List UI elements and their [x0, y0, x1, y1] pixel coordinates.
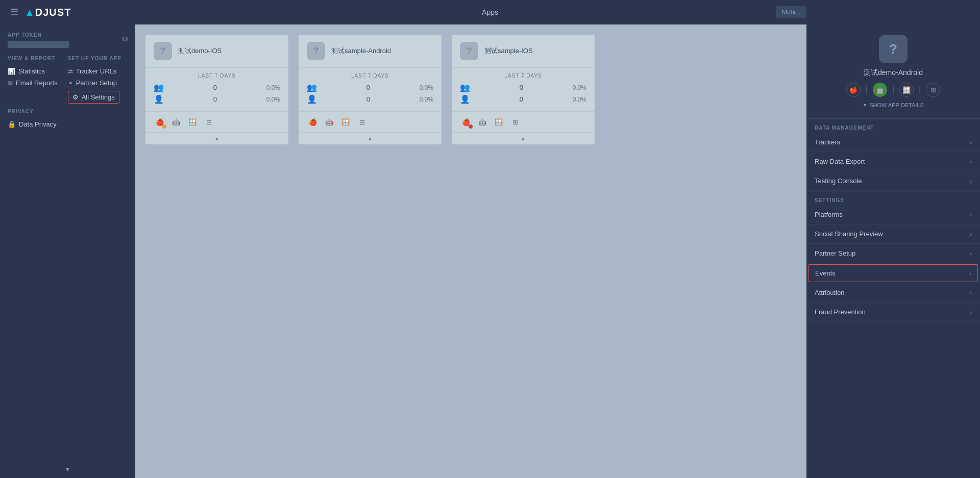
link-icon: ⇄ — [68, 68, 73, 75]
stats-period: LAST 7 DAYS — [154, 73, 280, 79]
main-layout: APP TOKEN ⧉ VIEW & REPORT 📊 Statistics ✉… — [0, 24, 980, 478]
sessions-percent: 0.0% — [573, 96, 586, 103]
sidebar-item-email-reports[interactable]: ✉ Email Reports — [8, 77, 58, 89]
stats-period: LAST 7 DAYS — [307, 73, 433, 79]
show-app-details[interactable]: ▼ SHOW APP DETAILS — [863, 102, 924, 108]
chevron-right-icon: › — [969, 270, 971, 276]
sessions-percent: 0.0% — [266, 96, 280, 103]
chevron-right-icon: › — [970, 250, 972, 257]
app-icon: ? — [460, 42, 478, 60]
lock-icon: 🔒 — [8, 120, 16, 128]
platform-ios-icon[interactable]: 🍎 — [307, 116, 319, 128]
panel-item-partner-setup[interactable]: Partner Setup › — [806, 244, 980, 263]
content-area: ? 测试demo-IOS LAST 7 DAYS 👥 0 0.0% 👤 0 0.… — [135, 24, 806, 478]
installs-value: 0 — [213, 84, 217, 91]
platform-windows-button[interactable]: 🪟 — [899, 83, 914, 97]
setup-col: SET UP YOUR APP ⇄ Tracker URLs ⚭ Partner… — [68, 56, 121, 104]
stats-row-installs: 👥 0 0.0% — [154, 83, 280, 92]
platform-store1-icon[interactable]: 🪟 — [493, 116, 505, 128]
stats-row-sessions: 👤 0 0.0% — [307, 94, 433, 104]
sidebar-item-partner-setup[interactable]: ⚭ Partner Setup — [68, 77, 121, 89]
stats-row-installs: 👥 0 0.0% — [460, 83, 586, 92]
nav-section: VIEW & REPORT 📊 Statistics ✉ Email Repor… — [8, 56, 128, 104]
sessions-value: 0 — [520, 95, 523, 103]
platform-android-button[interactable]: 🤖 — [873, 83, 887, 97]
panel-item-trackers[interactable]: Trackers › — [806, 133, 980, 152]
card-expand-button[interactable]: ▲ — [145, 132, 288, 144]
app-name: 测试demo-IOS — [178, 46, 222, 56]
card-platforms: 🍎 🤖 🪟 ⊞ — [145, 111, 288, 132]
stats-row-sessions: 👤 0 0.0% — [460, 94, 586, 104]
data-management-label: DATA MANAGEMENT — [806, 119, 980, 133]
statistics-icon: 📊 — [8, 68, 15, 75]
platform-sep2: | — [892, 85, 894, 94]
platform-icons-row: 🍎 | 🤖 | 🪟 | ⊞ — [846, 83, 940, 97]
card-platforms: 🍎 🤖 🪟 ⊞ — [299, 111, 442, 132]
sessions-value: 0 — [366, 95, 370, 103]
setup-label: SET UP YOUR APP — [68, 56, 121, 61]
card-stats: LAST 7 DAYS 👥 0 0.0% 👤 0 0.0% — [452, 68, 595, 111]
panel-item-platforms[interactable]: Platforms › — [806, 205, 980, 224]
panel-item-events[interactable]: Events › — [808, 264, 978, 282]
platform-store1-icon[interactable]: 🪟 — [339, 116, 352, 128]
copy-icon[interactable]: ⧉ — [122, 35, 128, 43]
view-report-col: VIEW & REPORT 📊 Statistics ✉ Email Repor… — [8, 56, 58, 104]
platform-store2-icon[interactable]: ⊞ — [356, 116, 368, 128]
platform-ios-button[interactable]: 🍎 — [846, 83, 861, 97]
platform-ios-icon[interactable]: 🍎 — [154, 116, 166, 128]
platform-store2-icon[interactable]: ⊞ — [203, 116, 215, 128]
stats-row-sessions: 👤 0 0.0% — [154, 94, 280, 104]
app-icon: ? — [307, 42, 325, 60]
app-card-sample-ios: ? 测试sample-IOS LAST 7 DAYS 👥 0 0.0% 👤 0 … — [452, 35, 595, 144]
left-sidebar: APP TOKEN ⧉ VIEW & REPORT 📊 Statistics ✉… — [0, 24, 135, 478]
panel-item-attribution[interactable]: Attribution › — [806, 283, 980, 303]
platform-badge-error — [469, 124, 473, 129]
chevron-right-icon: › — [970, 309, 972, 315]
platform-android-icon[interactable]: 🤖 — [476, 116, 488, 128]
app-card-android: ? 测试sample-Android LAST 7 DAYS 👥 0 0.0% … — [299, 35, 442, 144]
stats-row-installs: 👥 0 0.0% — [307, 83, 433, 92]
app-card-ios: ? 测试demo-IOS LAST 7 DAYS 👥 0 0.0% 👤 0 0.… — [145, 35, 288, 144]
panel-item-social-sharing[interactable]: Social Sharing Preview › — [806, 224, 980, 244]
chevron-right-icon: › — [970, 231, 972, 237]
settings-gear-icon: ⚙ — [72, 93, 79, 101]
panel-item-testing-console[interactable]: Testing Console › — [806, 171, 980, 191]
logo: ▲DJUST — [24, 7, 71, 18]
top-nav: ☰ ▲DJUST Apps Mobi... — [0, 0, 980, 24]
card-header: ? 测试sample-Android — [299, 35, 442, 68]
card-platforms: 🍎 🤖 🪟 ⊞ — [452, 111, 595, 132]
app-token-section: APP TOKEN ⧉ — [8, 32, 128, 48]
privacy-section: PRIVACY 🔒 Data Privacy — [8, 109, 128, 130]
platform-android-icon[interactable]: 🤖 — [170, 116, 182, 128]
sidebar-item-statistics[interactable]: 📊 Statistics — [8, 65, 58, 77]
sidebar-item-data-privacy[interactable]: 🔒 Data Privacy — [8, 118, 128, 130]
panel-item-raw-data-export[interactable]: Raw Data Export › — [806, 152, 980, 171]
app-icon: ? — [154, 42, 172, 60]
panel-item-fraud-prevention[interactable]: Fraud Prevention › — [806, 303, 980, 322]
installs-percent: 0.0% — [420, 84, 433, 91]
card-header: ? 测试sample-IOS — [452, 35, 595, 68]
stats-period: LAST 7 DAYS — [460, 73, 586, 79]
all-settings-button[interactable]: ⚙ All Settings — [68, 91, 119, 104]
platform-android-icon[interactable]: 🤖 — [323, 116, 335, 128]
card-stats: LAST 7 DAYS 👥 0 0.0% 👤 0 0.0% — [145, 68, 288, 111]
platform-windows2-button[interactable]: ⊞ — [926, 83, 940, 97]
platform-store2-icon[interactable]: ⊞ — [509, 116, 521, 128]
platform-ios-icon[interactable]: 🍎 — [460, 116, 472, 128]
app-detail-icon: ? — [879, 35, 908, 63]
chevron-right-icon: › — [970, 212, 972, 218]
platform-sep3: | — [919, 85, 921, 94]
card-expand-button[interactable]: ▲ — [452, 132, 595, 144]
sessions-icon: 👤 — [154, 94, 164, 104]
app-detail-name: 测试demo-Android — [864, 68, 923, 78]
sidebar-item-tracker-urls[interactable]: ⇄ Tracker URLs — [68, 65, 121, 77]
platform-store1-icon[interactable]: 🪟 — [186, 116, 199, 128]
page-title: Apps — [482, 8, 498, 16]
mobile-button[interactable]: Mobi... — [776, 6, 806, 18]
card-expand-button[interactable]: ▲ — [299, 132, 442, 144]
sessions-percent: 0.0% — [420, 96, 433, 103]
sessions-icon: 👤 — [307, 94, 317, 104]
hamburger-icon[interactable]: ☰ — [10, 7, 18, 18]
chevron-down-icon: ▼ — [863, 103, 867, 108]
sidebar-expand-icon[interactable]: ▼ — [65, 466, 71, 473]
